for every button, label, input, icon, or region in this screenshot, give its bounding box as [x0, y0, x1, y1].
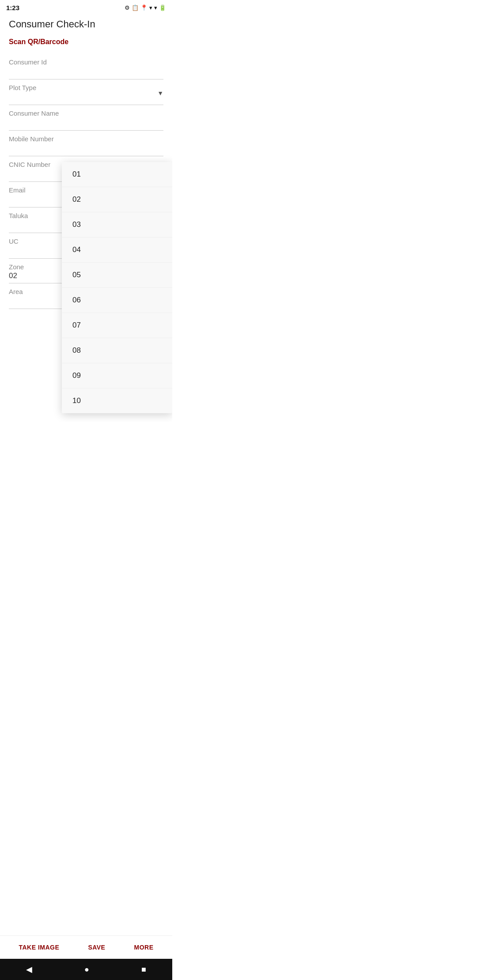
consumer-name-field: Consumer Name [9, 105, 163, 131]
consumer-id-value[interactable] [9, 67, 163, 76]
dropdown-item[interactable]: 08 [62, 338, 172, 363]
consumer-name-value[interactable] [9, 118, 163, 128]
dropdown-item[interactable]: 03 [62, 212, 172, 237]
plot-type-label: Plot Type [9, 84, 36, 91]
plot-type-value [9, 92, 36, 102]
clipboard-icon: 📋 [132, 4, 139, 11]
dropdown-menu: 01020304050607080910 [62, 162, 172, 413]
mobile-number-label: Mobile Number [9, 135, 163, 143]
settings-icon: ⚙ [125, 4, 130, 11]
dropdown-item[interactable]: 07 [62, 313, 172, 338]
zone-value: 02 [9, 271, 24, 280]
signal-icon: ▾ [154, 4, 157, 11]
consumer-id-label: Consumer Id [9, 58, 163, 66]
page-title: Consumer Check-In [9, 19, 163, 30]
page-content: Consumer Check-In Scan QR/Barcode Consum… [0, 14, 172, 309]
battery-icon: 🔋 [159, 4, 166, 11]
dropdown-item[interactable]: 04 [62, 237, 172, 263]
location-icon: 📍 [140, 4, 148, 11]
scan-label: Scan QR/Barcode [9, 38, 163, 46]
status-bar: 1:23 ⚙ 📋 📍 ▾ ▾ 🔋 [0, 0, 172, 14]
plot-type-field[interactable]: Plot Type ▼ [9, 79, 163, 105]
mobile-number-field: Mobile Number [9, 131, 163, 156]
mobile-number-value[interactable] [9, 143, 163, 153]
status-time: 1:23 [6, 4, 19, 11]
dropdown-item[interactable]: 10 [62, 388, 172, 413]
status-icons: ⚙ 📋 📍 ▾ ▾ 🔋 [125, 4, 166, 11]
dropdown-item[interactable]: 06 [62, 288, 172, 313]
consumer-id-field: Consumer Id [9, 54, 163, 79]
dropdown-item[interactable]: 02 [62, 187, 172, 212]
consumer-name-label: Consumer Name [9, 109, 163, 117]
dropdown-item[interactable]: 05 [62, 263, 172, 288]
wifi-icon: ▾ [149, 4, 152, 11]
dropdown-item[interactable]: 09 [62, 363, 172, 388]
plot-type-arrow-icon: ▼ [157, 90, 163, 97]
dropdown-item[interactable]: 01 [62, 162, 172, 187]
zone-label: Zone [9, 263, 24, 271]
